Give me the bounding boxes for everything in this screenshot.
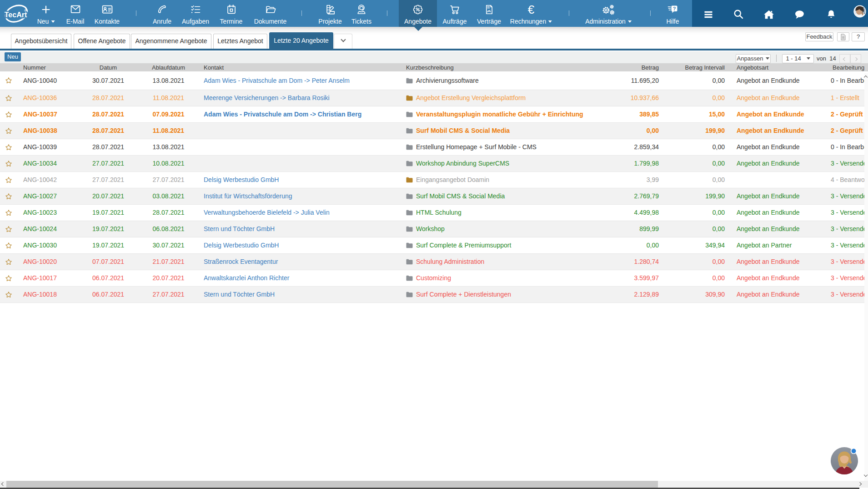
svg-text:?: ?	[672, 6, 676, 11]
svg-text:€: €	[528, 4, 535, 15]
